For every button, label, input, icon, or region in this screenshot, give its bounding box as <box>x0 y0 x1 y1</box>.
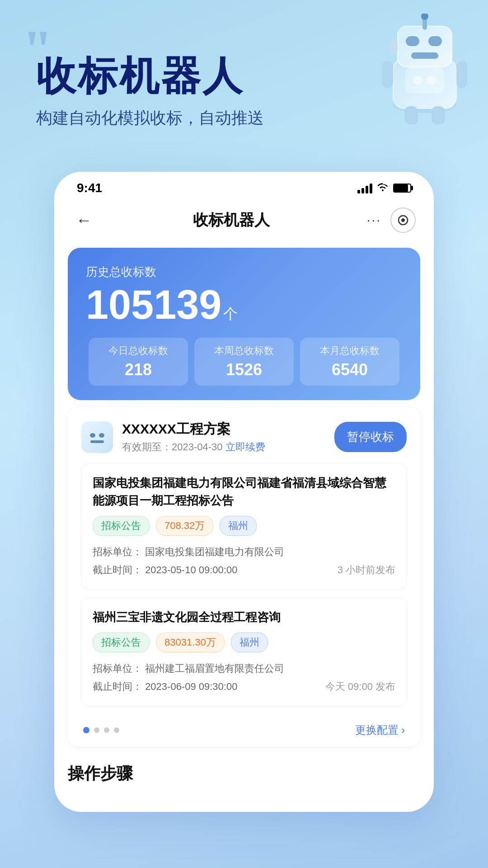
dot-4 <box>114 727 119 733</box>
tag-region-1: 福州 <box>220 516 257 536</box>
tender-meta-1: 招标单位： 国家电投集团福建电力有限公司 截止时间： 2023-05-10 09… <box>93 543 395 579</box>
hero-section: " <box>0 0 488 190</box>
robot-card-info: XXXXXX工程方案 有效期至：2023-04-30 立即续费 <box>81 420 265 454</box>
issuer-label-2: 招标单位： <box>93 663 142 674</box>
stats-week: 本周总收标数 1526 <box>194 338 294 386</box>
svg-point-17 <box>401 218 405 222</box>
tender-tags-2: 招标公告 83031.30万 福州 <box>93 632 395 652</box>
tender-title-1: 国家电投集团福建电力有限公司福建省福清县域综合智慧能源项目一期工程招标公告 <box>93 474 395 509</box>
deadline-label-2: 截止时间： <box>93 681 142 692</box>
more-options-button[interactable]: ··· <box>367 213 381 227</box>
issuer-1: 国家电投集团福建电力有限公司 <box>145 546 284 557</box>
issuer-label-1: 招标单位： <box>93 546 142 557</box>
pause-button[interactable]: 暂停收标 <box>334 422 407 452</box>
wifi-icon <box>377 182 389 194</box>
svg-rect-8 <box>389 38 398 55</box>
tag-amount-1: 708.32万 <box>156 516 213 536</box>
robot-card: XXXXXX工程方案 有效期至：2023-04-30 立即续费 暂停收标 国家电… <box>68 407 420 746</box>
robot-eye-right <box>99 433 104 438</box>
dot-3 <box>104 727 109 733</box>
stats-month-label: 本月总收标数 <box>305 344 395 358</box>
tender-item-2[interactable]: 福州三宝非遗文化园全过程工程咨询 招标公告 83031.30万 福州 招标单位：… <box>81 597 407 707</box>
robot-avatar-eyes <box>90 433 104 438</box>
more-config-link[interactable]: 更换配置 › <box>355 723 405 737</box>
stats-week-label: 本周总收标数 <box>199 344 289 358</box>
tender-tags-1: 招标公告 708.32万 福州 <box>93 516 395 536</box>
renew-link[interactable]: 立即续费 <box>225 441 265 453</box>
dot-2 <box>94 727 99 733</box>
back-button[interactable]: ← <box>72 207 96 233</box>
stats-month: 本月总收标数 6540 <box>300 338 399 386</box>
nav-title: 收标机器人 <box>193 210 270 231</box>
svg-rect-14 <box>404 106 418 124</box>
scan-button[interactable] <box>390 208 416 233</box>
svg-rect-5 <box>406 36 419 46</box>
battery-icon <box>393 184 411 193</box>
pagination-dots <box>83 727 119 733</box>
stats-card: 历史总收标数 105139 个 今日总收标数 218 本周总收标数 1526 本… <box>68 248 420 400</box>
robot-card-header: XXXXXX工程方案 有效期至：2023-04-30 立即续费 暂停收标 <box>81 420 407 454</box>
time-ago-1: 3 小时前发布 <box>338 561 395 579</box>
stats-today: 今日总收标数 218 <box>89 338 188 386</box>
deadline-2: 2023-06-09 09:30:00 <box>145 681 237 692</box>
tender-meta-row-1: 截止时间： 2023-05-10 09:00:00 3 小时前发布 <box>93 561 395 579</box>
stats-month-value: 6540 <box>305 360 395 379</box>
tender-meta-row-2: 截止时间： 2023-06-09 09:30:00 今天 09:00 发布 <box>93 678 395 696</box>
status-icons <box>357 182 411 194</box>
issuer-2: 福州建工福眉置地有限责任公司 <box>145 663 284 674</box>
nav-actions: ··· <box>367 208 416 233</box>
robot-avatar <box>81 421 113 453</box>
stats-sub-row: 今日总收标数 218 本周总收标数 1526 本月总收标数 6540 <box>86 338 402 386</box>
stats-label: 历史总收标数 <box>86 264 402 280</box>
tag-type-1: 招标公告 <box>93 516 150 536</box>
hero-title: 收标机器人 <box>36 54 461 98</box>
svg-rect-6 <box>428 36 442 46</box>
tag-amount-2: 83031.30万 <box>156 632 225 652</box>
time-ago-2: 今天 09:00 发布 <box>325 678 395 696</box>
nav-bar: ← 收标机器人 ··· <box>54 200 434 241</box>
stats-today-value: 218 <box>93 360 183 379</box>
deadline-1: 2023-05-10 09:00:00 <box>145 564 237 576</box>
signal-bars-icon <box>357 183 372 193</box>
tag-region-2: 福州 <box>231 632 268 652</box>
status-time: 9:41 <box>77 181 102 195</box>
stats-week-value: 1526 <box>199 360 289 379</box>
stats-unit: 个 <box>223 304 238 324</box>
tender-meta-2: 招标单位： 福州建工福眉置地有限责任公司 截止时间： 2023-06-09 09… <box>93 660 395 695</box>
tag-type-2: 招标公告 <box>93 632 150 652</box>
robot-name: XXXXXX工程方案 <box>122 420 265 439</box>
robot-eye-left <box>90 433 95 438</box>
tender-title-2: 福州三宝非遗文化园全过程工程咨询 <box>93 609 395 626</box>
dot-1 <box>83 727 89 733</box>
svg-rect-15 <box>432 106 445 124</box>
svg-point-4 <box>421 14 428 20</box>
deadline-label-1: 截止时间： <box>93 564 142 576</box>
stats-today-label: 今日总收标数 <box>93 344 183 358</box>
pagination: 更换配置 › <box>81 714 407 746</box>
phone-mockup: 9:41 ← 收标机器人 ··· 历史总收标数 <box>54 172 434 812</box>
status-bar: 9:41 <box>54 172 434 200</box>
robot-card-text: XXXXXX工程方案 有效期至：2023-04-30 立即续费 <box>122 420 265 454</box>
tender-item-1[interactable]: 国家电投集团福建电力有限公司福建省福清县域综合智慧能源项目一期工程招标公告 招标… <box>81 463 407 590</box>
operations-title: 操作步骤 <box>68 763 420 785</box>
robot-expire: 有效期至：2023-04-30 立即续费 <box>122 440 265 454</box>
operations-section: 操作步骤 <box>54 754 434 794</box>
stats-main-number: 105139 <box>86 284 221 325</box>
